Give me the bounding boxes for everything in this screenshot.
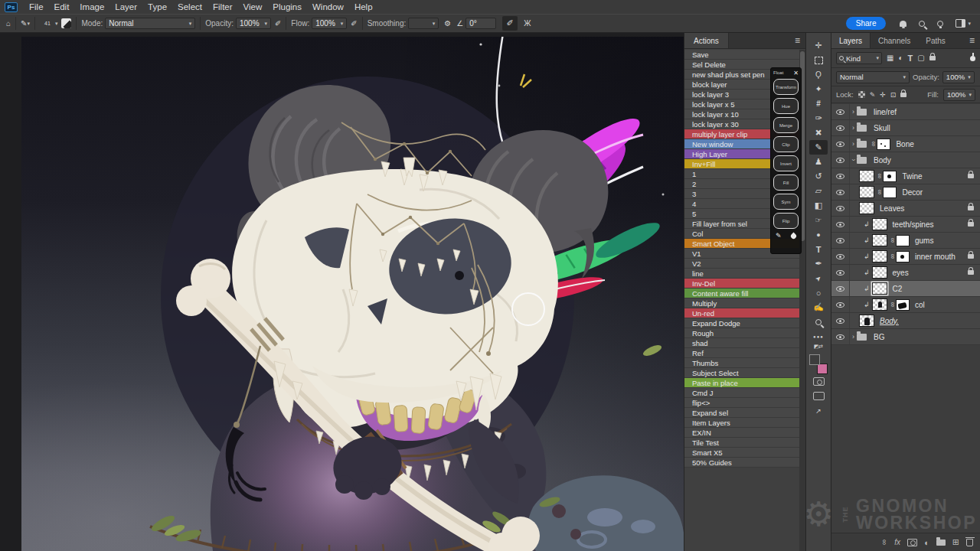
action-item[interactable]: flip<> — [684, 398, 799, 408]
layer-row[interactable]: Body. — [831, 313, 980, 329]
quick-selection-tool[interactable]: ✦ — [809, 82, 828, 96]
menu-help[interactable]: Help — [349, 0, 378, 14]
panel-menu-icon[interactable]: ≡ — [795, 33, 800, 49]
chevron-down-icon[interactable]: ▾ — [27, 21, 30, 27]
action-item[interactable]: Rough — [684, 328, 799, 338]
add-mask-icon[interactable] — [907, 539, 917, 546]
float-button-clip[interactable]: Clip — [773, 136, 799, 152]
action-item[interactable]: shad — [684, 338, 799, 348]
healing-brush-tool[interactable]: ✚ — [809, 126, 828, 140]
foreground-color-chip[interactable] — [809, 354, 820, 365]
color-chips[interactable] — [809, 354, 828, 374]
action-item[interactable]: Un-red — [684, 308, 799, 318]
lasso-tool[interactable]: Ϙ — [809, 67, 828, 82]
delete-layer-icon[interactable] — [966, 539, 973, 546]
tab-channels[interactable]: Channels — [871, 33, 918, 48]
smoothing-select[interactable]: ▾ — [408, 18, 439, 29]
menu-image[interactable]: Image — [74, 0, 109, 14]
layer-thumbnail[interactable] — [872, 266, 887, 279]
new-layer-icon[interactable]: ⊞ — [952, 537, 959, 547]
menu-layer[interactable]: Layer — [109, 0, 142, 14]
smudge-tool[interactable]: ☞ — [809, 213, 828, 227]
layer-fill-select[interactable]: 100% ▾ — [943, 89, 975, 101]
action-item[interactable]: Save — [684, 50, 799, 60]
visibility-toggle[interactable] — [831, 265, 850, 280]
move-tool[interactable]: ✛ — [809, 38, 828, 53]
filter-smart-objects-icon[interactable] — [929, 56, 936, 60]
marquee-tool[interactable] — [809, 53, 828, 67]
layer-row[interactable]: ∞ Decor — [831, 184, 980, 201]
eraser-tool[interactable]: ▱ — [809, 184, 828, 198]
action-item[interactable]: Multiply — [684, 298, 799, 308]
layer-row[interactable]: ↲ eyes — [831, 265, 980, 281]
expand-caret-icon[interactable]: › — [852, 124, 854, 132]
visibility-toggle[interactable] — [831, 329, 850, 344]
chevron-down-icon[interactable]: ▾ — [55, 21, 58, 27]
float-button-transform[interactable]: Transform — [773, 79, 799, 95]
layer-thumbnail[interactable] — [859, 315, 874, 327]
panel-menu-icon[interactable]: ≡ — [969, 35, 975, 46]
path-selection-tool[interactable]: ➤ — [809, 271, 828, 285]
layer-row[interactable]: ↲ ∞ inner mouth — [831, 249, 980, 265]
opacity-select[interactable]: 100% ▾ — [236, 18, 271, 29]
filter-adjustment-layers-icon[interactable]: ◐ — [898, 54, 903, 62]
airbrush-icon[interactable]: ✐ — [351, 19, 357, 28]
layer-thumbnail[interactable] — [872, 250, 887, 262]
edit-toolbar-button[interactable]: ●●● — [809, 329, 828, 344]
layer-opacity-select[interactable]: 100% ▾ — [942, 71, 975, 83]
brush-angle-input[interactable]: 0° — [466, 18, 496, 29]
action-item[interactable]: Subject Select — [684, 368, 799, 378]
flow-select[interactable]: 100% ▾ — [312, 18, 347, 29]
lock-transparency-icon[interactable] — [858, 91, 865, 98]
layer-row[interactable]: › Body — [831, 152, 980, 168]
action-item[interactable]: Item Layers — [684, 418, 799, 428]
visibility-toggle[interactable] — [831, 217, 850, 232]
layer-mask-thumbnail[interactable] — [883, 187, 897, 198]
lock-paint-icon[interactable]: ✎ — [870, 91, 876, 99]
quick-mask-button[interactable] — [809, 374, 828, 389]
screen-mode-button[interactable] — [809, 389, 828, 403]
clone-stamp-tool[interactable]: ♟ — [809, 155, 828, 169]
layer-mask-thumbnail[interactable] — [896, 251, 910, 262]
filter-toggle-icon[interactable] — [970, 56, 975, 61]
action-item[interactable]: EX/IN — [684, 428, 799, 438]
gradient-tool[interactable]: ◧ — [809, 198, 828, 213]
layer-thumbnail[interactable] — [872, 218, 887, 230]
canvas-area[interactable] — [0, 33, 684, 551]
float-button-flip[interactable]: Flip — [773, 213, 799, 229]
discover-lightbulb-icon[interactable] — [937, 21, 943, 27]
notifications-bell-icon[interactable] — [900, 21, 906, 27]
workspace-switcher-icon[interactable] — [956, 19, 965, 28]
visibility-toggle[interactable] — [831, 136, 850, 152]
action-item[interactable]: Tile Test — [684, 438, 799, 448]
float-button-invert[interactable]: Invert — [773, 155, 799, 171]
link-layers-icon[interactable]: ∞ — [880, 540, 889, 545]
brush-settings-panel-icon[interactable] — [61, 18, 71, 28]
layer-mask-thumbnail[interactable] — [883, 171, 897, 182]
menu-window[interactable]: Window — [307, 0, 349, 14]
search-icon[interactable] — [919, 21, 925, 27]
layer-row[interactable]: ∞ Twine — [831, 168, 980, 184]
layer-row[interactable]: Leaves — [831, 201, 980, 217]
tab-actions[interactable]: Actions — [684, 33, 729, 48]
filter-type-layers-icon[interactable]: T — [908, 54, 913, 62]
layer-mask-thumbnail[interactable] — [896, 299, 910, 311]
action-item[interactable]: Expand Dodge — [684, 318, 799, 328]
visibility-toggle[interactable] — [831, 201, 850, 216]
action-item[interactable]: line — [684, 269, 799, 279]
pen-tool[interactable]: ✒ — [809, 256, 828, 271]
menu-edit[interactable]: Edit — [49, 0, 75, 14]
swap-colors-icon[interactable]: ◩⇄ — [814, 344, 823, 351]
lock-position-icon[interactable]: ✛ — [880, 91, 886, 99]
brush-preset-picker[interactable]: 41 — [40, 21, 55, 27]
layer-row-selected[interactable]: ↲ C2 — [831, 281, 980, 297]
history-brush-tool[interactable]: ↺ — [809, 169, 828, 184]
lock-artboard-icon[interactable]: ⊡ — [890, 91, 897, 99]
layer-thumbnail[interactable] — [872, 282, 887, 295]
layer-thumbnail[interactable] — [872, 298, 887, 311]
visibility-toggle[interactable] — [831, 184, 850, 200]
float-button-fill[interactable]: Fill — [773, 174, 799, 191]
type-tool[interactable]: T — [809, 242, 828, 256]
pencil-icon[interactable]: ✎ — [776, 232, 782, 240]
layer-row[interactable]: ↲ teeth/spines — [831, 217, 980, 233]
